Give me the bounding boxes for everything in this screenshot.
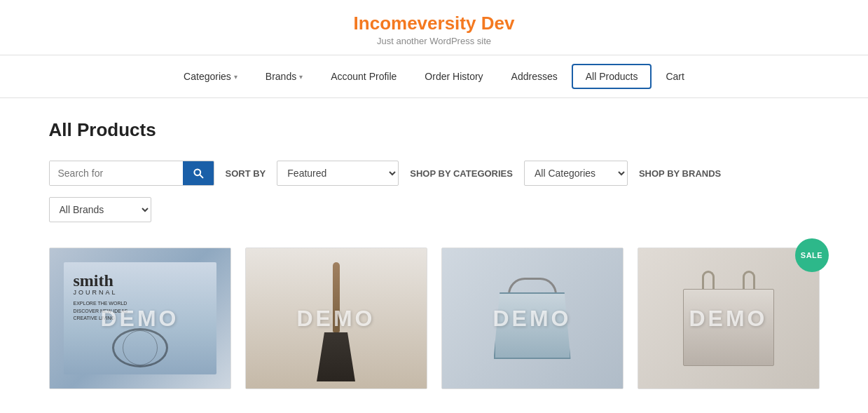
product-3-bg: DEMO bbox=[442, 248, 623, 388]
nav-item-addresses[interactable]: Addresses bbox=[497, 64, 572, 89]
nav-item-categories[interactable]: Categories▾ bbox=[170, 64, 252, 89]
demo-label-2: DEMO bbox=[297, 306, 376, 332]
sort-label: SORT BY bbox=[226, 168, 266, 179]
product-card[interactable]: DEMO bbox=[245, 248, 427, 389]
site-header: Incomeversity Dev Just another WordPress… bbox=[0, 0, 868, 55]
sort-select[interactable]: FeaturedPrice: Low to HighPrice: High to… bbox=[277, 161, 399, 186]
page-title: All Products bbox=[49, 119, 820, 141]
categories-select[interactable]: All CategoriesBooksToolsKitchenBags bbox=[524, 161, 628, 186]
demo-label-4: DEMO bbox=[689, 306, 768, 332]
brands-label: SHOP BY BRANDS bbox=[639, 168, 721, 179]
categories-label: SHOP BY CATEGORIES bbox=[410, 168, 513, 179]
product-4-bg: DEMO bbox=[638, 248, 819, 388]
smith-text: smith bbox=[74, 272, 113, 289]
nav-item-order-history[interactable]: Order History bbox=[411, 64, 497, 89]
product-image: DEMO bbox=[246, 248, 427, 388]
site-tagline: Just another WordPress site bbox=[14, 36, 854, 46]
product-card[interactable]: DEMO bbox=[441, 248, 624, 389]
broom-bristles bbox=[317, 332, 355, 381]
main-nav: Categories▾Brands▾Account ProfileOrder H… bbox=[0, 55, 868, 98]
product-1-bg: smith JOURNAL EXPLORE THE WORLDDISCOVER … bbox=[50, 248, 230, 388]
demo-label-1: DEMO bbox=[101, 306, 179, 332]
site-title[interactable]: Incomeversity Dev bbox=[354, 13, 515, 34]
product-image: DEMO bbox=[638, 248, 819, 388]
product-image: DEMO bbox=[442, 248, 623, 388]
nav-item-brands[interactable]: Brands▾ bbox=[252, 64, 317, 89]
nav-item-account-profile[interactable]: Account Profile bbox=[317, 64, 411, 89]
nav-item-cart[interactable]: Cart bbox=[652, 64, 698, 89]
search-icon bbox=[193, 168, 204, 179]
products-grid: smith JOURNAL EXPLORE THE WORLDDISCOVER … bbox=[49, 248, 820, 389]
brands-select[interactable]: All BrandsSmith JournalBrand BBrand C bbox=[49, 197, 151, 222]
circle-art bbox=[112, 328, 168, 367]
inner-circle bbox=[123, 330, 158, 365]
sale-badge: SALE bbox=[795, 238, 829, 272]
nav-item-all-products[interactable]: All Products bbox=[572, 64, 652, 89]
demo-label-3: DEMO bbox=[493, 306, 572, 332]
bucket-handle bbox=[508, 278, 557, 294]
journal-text: JOURNAL bbox=[74, 289, 118, 296]
search-wrapper bbox=[49, 161, 214, 186]
page-content: All Products SORT BY FeaturedPrice: Low … bbox=[21, 98, 848, 403]
svg-line-1 bbox=[200, 175, 202, 177]
product-image: smith JOURNAL EXPLORE THE WORLDDISCOVER … bbox=[50, 248, 230, 388]
product-2-bg: DEMO bbox=[246, 248, 427, 388]
chevron-down-icon: ▾ bbox=[299, 73, 303, 81]
search-input[interactable] bbox=[50, 161, 183, 185]
chevron-down-icon: ▾ bbox=[234, 73, 237, 81]
product-card[interactable]: SALE DEMO bbox=[638, 248, 820, 389]
search-button[interactable] bbox=[183, 161, 214, 185]
product-card[interactable]: smith JOURNAL EXPLORE THE WORLDDISCOVER … bbox=[49, 248, 231, 389]
filters-bar: SORT BY FeaturedPrice: Low to HighPrice:… bbox=[49, 161, 820, 222]
